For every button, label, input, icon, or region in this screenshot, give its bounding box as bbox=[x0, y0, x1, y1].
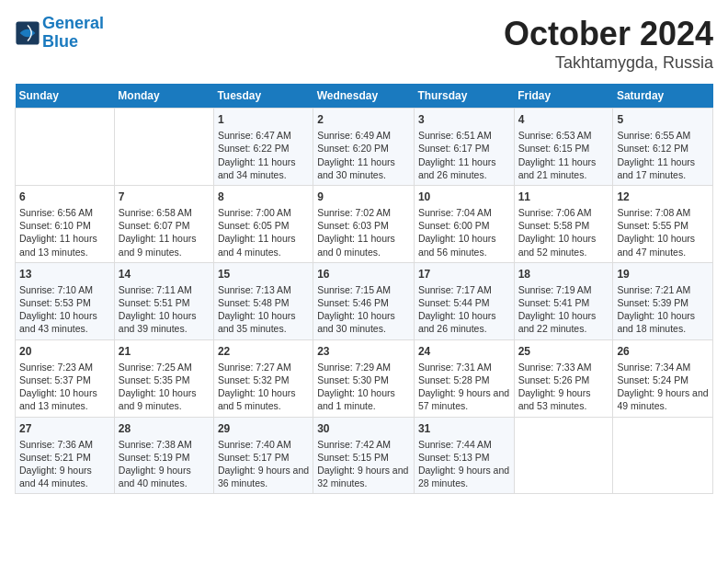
sunset-text: Sunset: 5:30 PM bbox=[317, 373, 410, 386]
day-number: 5 bbox=[617, 112, 709, 127]
day-number: 22 bbox=[218, 344, 309, 359]
day-number: 13 bbox=[19, 267, 110, 282]
daylight-text: Daylight: 9 hours and 28 minutes. bbox=[418, 464, 510, 489]
day-cell: 22Sunrise: 7:27 AMSunset: 5:32 PMDayligh… bbox=[213, 339, 313, 417]
header-row: SundayMondayTuesdayWednesdayThursdayFrid… bbox=[16, 84, 713, 109]
day-cell: 28Sunrise: 7:38 AMSunset: 5:19 PMDayligh… bbox=[114, 417, 213, 494]
day-number: 26 bbox=[617, 344, 709, 359]
sunrise-text: Sunrise: 6:49 AM bbox=[317, 129, 410, 142]
day-number: 23 bbox=[317, 344, 410, 359]
daylight-text: Daylight: 10 hours and 43 minutes. bbox=[19, 309, 110, 335]
header-cell-friday: Friday bbox=[514, 84, 613, 109]
sunrise-text: Sunrise: 7:13 AM bbox=[218, 283, 309, 296]
sunset-text: Sunset: 5:41 PM bbox=[518, 296, 609, 309]
day-number: 11 bbox=[518, 190, 609, 204]
sunset-text: Sunset: 6:15 PM bbox=[518, 142, 609, 155]
daylight-text: Daylight: 9 hours and 44 minutes. bbox=[19, 464, 110, 489]
sunrise-text: Sunrise: 7:31 AM bbox=[418, 361, 510, 373]
day-cell: 30Sunrise: 7:42 AMSunset: 5:15 PMDayligh… bbox=[313, 417, 415, 494]
day-number: 27 bbox=[19, 421, 110, 436]
sunset-text: Sunset: 5:53 PM bbox=[19, 296, 110, 309]
sunset-text: Sunset: 6:20 PM bbox=[317, 142, 410, 155]
day-number: 25 bbox=[518, 344, 609, 359]
day-number: 4 bbox=[518, 112, 609, 127]
header-cell-saturday: Saturday bbox=[613, 84, 713, 109]
sunset-text: Sunset: 6:05 PM bbox=[218, 219, 309, 232]
daylight-text: Daylight: 11 hours and 0 minutes. bbox=[317, 232, 410, 258]
daylight-text: Daylight: 11 hours and 30 minutes. bbox=[317, 155, 410, 181]
sunrise-text: Sunrise: 7:38 AM bbox=[119, 438, 210, 451]
sunset-text: Sunset: 5:17 PM bbox=[218, 451, 309, 464]
sunset-text: Sunset: 5:37 PM bbox=[19, 373, 110, 386]
page-subtitle: Takhtamygda, Russia bbox=[504, 53, 713, 73]
sunrise-text: Sunrise: 7:02 AM bbox=[317, 206, 410, 219]
sunset-text: Sunset: 5:58 PM bbox=[518, 219, 609, 232]
day-number: 14 bbox=[119, 267, 210, 282]
day-cell: 14Sunrise: 7:11 AMSunset: 5:51 PMDayligh… bbox=[114, 262, 213, 339]
daylight-text: Daylight: 10 hours and 22 minutes. bbox=[518, 309, 609, 335]
sunrise-text: Sunrise: 6:47 AM bbox=[218, 129, 309, 142]
sunrise-text: Sunrise: 7:25 AM bbox=[119, 361, 210, 373]
sunrise-text: Sunrise: 7:34 AM bbox=[617, 361, 709, 373]
sunrise-text: Sunrise: 7:40 AM bbox=[218, 438, 309, 451]
day-cell: 2Sunrise: 6:49 AMSunset: 6:20 PMDaylight… bbox=[313, 109, 415, 186]
day-number: 9 bbox=[317, 190, 410, 204]
daylight-text: Daylight: 11 hours and 9 minutes. bbox=[119, 232, 210, 258]
day-cell: 23Sunrise: 7:29 AMSunset: 5:30 PMDayligh… bbox=[313, 339, 415, 417]
daylight-text: Daylight: 10 hours and 39 minutes. bbox=[119, 309, 210, 335]
sunrise-text: Sunrise: 6:55 AM bbox=[617, 129, 709, 142]
day-cell: 18Sunrise: 7:19 AMSunset: 5:41 PMDayligh… bbox=[514, 262, 613, 339]
sunrise-text: Sunrise: 7:11 AM bbox=[119, 283, 210, 296]
sunset-text: Sunset: 6:10 PM bbox=[19, 219, 110, 232]
day-cell: 8Sunrise: 7:00 AMSunset: 6:05 PMDaylight… bbox=[213, 185, 313, 262]
daylight-text: Daylight: 9 hours and 32 minutes. bbox=[317, 464, 410, 489]
sunset-text: Sunset: 6:12 PM bbox=[617, 142, 709, 155]
day-cell: 26Sunrise: 7:34 AMSunset: 5:24 PMDayligh… bbox=[613, 339, 713, 417]
sunrise-text: Sunrise: 7:33 AM bbox=[518, 361, 609, 373]
logo-text: General Blue bbox=[42, 15, 104, 52]
header-cell-tuesday: Tuesday bbox=[213, 84, 313, 109]
sunrise-text: Sunrise: 7:23 AM bbox=[19, 361, 110, 373]
day-number: 15 bbox=[218, 267, 309, 282]
day-number: 30 bbox=[317, 421, 410, 436]
day-cell: 21Sunrise: 7:25 AMSunset: 5:35 PMDayligh… bbox=[114, 339, 213, 417]
daylight-text: Daylight: 9 hours and 36 minutes. bbox=[218, 464, 309, 489]
sunset-text: Sunset: 5:51 PM bbox=[119, 296, 210, 309]
day-number: 21 bbox=[119, 344, 210, 359]
day-number: 16 bbox=[317, 267, 410, 282]
day-cell: 4Sunrise: 6:53 AMSunset: 6:15 PMDaylight… bbox=[514, 109, 613, 186]
sunrise-text: Sunrise: 6:56 AM bbox=[19, 206, 110, 219]
daylight-text: Daylight: 9 hours and 40 minutes. bbox=[119, 464, 210, 489]
day-number: 10 bbox=[418, 190, 510, 204]
page-header: General Blue October 2024 Takhtamygda, R… bbox=[15, 15, 713, 73]
sunrise-text: Sunrise: 7:42 AM bbox=[317, 438, 410, 451]
sunset-text: Sunset: 5:55 PM bbox=[617, 219, 709, 232]
week-row-5: 27Sunrise: 7:36 AMSunset: 5:21 PMDayligh… bbox=[16, 417, 713, 494]
day-number: 24 bbox=[418, 344, 510, 359]
daylight-text: Daylight: 10 hours and 1 minute. bbox=[317, 386, 410, 412]
week-row-3: 13Sunrise: 7:10 AMSunset: 5:53 PMDayligh… bbox=[16, 262, 713, 339]
logo: General Blue bbox=[15, 15, 104, 52]
daylight-text: Daylight: 10 hours and 35 minutes. bbox=[218, 309, 309, 335]
day-cell: 10Sunrise: 7:04 AMSunset: 6:00 PMDayligh… bbox=[414, 185, 514, 262]
day-cell bbox=[16, 109, 115, 186]
sunset-text: Sunset: 5:46 PM bbox=[317, 296, 410, 309]
day-cell: 11Sunrise: 7:06 AMSunset: 5:58 PMDayligh… bbox=[514, 185, 613, 262]
day-cell: 5Sunrise: 6:55 AMSunset: 6:12 PMDaylight… bbox=[613, 109, 713, 186]
day-cell: 16Sunrise: 7:15 AMSunset: 5:46 PMDayligh… bbox=[313, 262, 415, 339]
daylight-text: Daylight: 11 hours and 26 minutes. bbox=[418, 155, 510, 181]
logo-icon bbox=[15, 20, 40, 46]
daylight-text: Daylight: 10 hours and 56 minutes. bbox=[418, 232, 510, 258]
header-cell-thursday: Thursday bbox=[414, 84, 514, 109]
day-cell: 3Sunrise: 6:51 AMSunset: 6:17 PMDaylight… bbox=[414, 109, 514, 186]
sunrise-text: Sunrise: 6:53 AM bbox=[518, 129, 609, 142]
daylight-text: Daylight: 11 hours and 21 minutes. bbox=[518, 155, 609, 181]
day-cell: 25Sunrise: 7:33 AMSunset: 5:26 PMDayligh… bbox=[514, 339, 613, 417]
sunset-text: Sunset: 6:22 PM bbox=[218, 142, 309, 155]
day-cell: 17Sunrise: 7:17 AMSunset: 5:44 PMDayligh… bbox=[414, 262, 514, 339]
day-cell: 31Sunrise: 7:44 AMSunset: 5:13 PMDayligh… bbox=[414, 417, 514, 494]
sunset-text: Sunset: 5:44 PM bbox=[418, 296, 510, 309]
daylight-text: Daylight: 9 hours and 53 minutes. bbox=[518, 386, 609, 412]
daylight-text: Daylight: 10 hours and 47 minutes. bbox=[617, 232, 709, 258]
sunrise-text: Sunrise: 6:58 AM bbox=[119, 206, 210, 219]
